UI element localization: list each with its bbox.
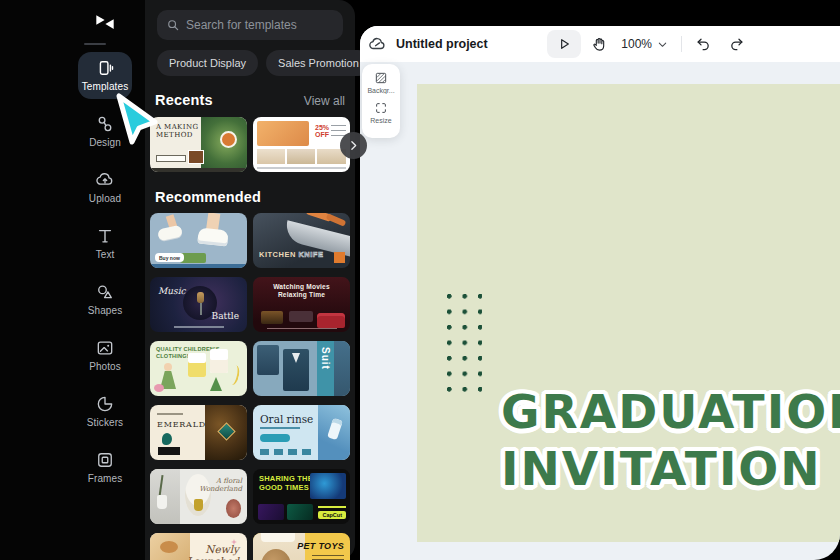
search-field[interactable] [186, 18, 341, 32]
recents-header: Recents View all [155, 92, 345, 108]
sidebar-item-photos[interactable]: Photos [78, 332, 132, 379]
project-title[interactable]: Untitled project [396, 37, 488, 51]
template-thumb-newly-launched[interactable]: NewlyLaunched [150, 533, 247, 560]
background-tool-button[interactable]: Backgr... [362, 71, 400, 94]
thumb-title: Suit [317, 341, 334, 396]
stickers-icon [78, 394, 132, 414]
thumb-art [261, 311, 283, 324]
resize-icon [362, 101, 400, 115]
search-input[interactable] [157, 10, 343, 40]
thumb-art [326, 213, 347, 227]
template-thumb-floral-wonderland[interactable]: A floralWonderland [150, 469, 247, 524]
dots-pattern [447, 294, 482, 392]
recommended-grid: Buy now KITCHEN KNIFE Music Battle Watch… [150, 213, 355, 560]
thumb-title: EMERALD [157, 420, 206, 429]
chip-product-display[interactable]: Product Display [157, 50, 258, 76]
recents-scroll-right-button[interactable] [340, 132, 367, 159]
thumb-art [188, 353, 206, 377]
thumb-art [334, 341, 350, 396]
capcut-logo[interactable] [78, 11, 132, 33]
template-thumb-tea-making-method[interactable]: A MAKINGMETHOD [150, 117, 247, 172]
template-thumb-emerald[interactable]: EMERALD [150, 405, 247, 460]
design-canvas[interactable]: GRADUATIONINVITATION [417, 84, 840, 542]
sidebar-item-templates[interactable]: Templates [78, 52, 132, 99]
template-thumb-sneakers[interactable]: Buy now [150, 213, 247, 268]
photos-icon [78, 338, 132, 358]
template-thumb-home-interior-sale[interactable]: 25%OFF [253, 117, 350, 172]
thumb-art [287, 149, 315, 164]
editor-topbar: Untitled project 100% [360, 26, 840, 62]
templates-icon [78, 58, 132, 78]
toolbar-divider [681, 36, 682, 52]
template-thumb-oral-rinse[interactable]: Oral rinse [253, 405, 350, 460]
sidebar-item-label: Design [78, 137, 132, 148]
thumb-art [260, 434, 290, 442]
recommended-header: Recommended [155, 189, 345, 205]
thumb-art [317, 313, 345, 328]
thumb-art [158, 447, 180, 455]
template-thumb-music-battle[interactable]: Music Battle [150, 277, 247, 332]
thumb-art [261, 533, 295, 542]
templates-panel: Product Display Sales Promotion Recents … [145, 0, 355, 560]
editor-workspace: Backgr... Resize GRADUATIONINVITATION [360, 62, 840, 560]
resize-tool-button[interactable]: Resize [362, 101, 400, 124]
shapes-icon [78, 282, 132, 302]
template-thumb-suit[interactable]: Suit [253, 341, 350, 396]
template-thumb-kitchen-knife[interactable]: KITCHEN KNIFE [253, 213, 350, 268]
undo-button[interactable] [695, 36, 712, 53]
thumb-art [226, 499, 241, 518]
sidebar-item-label: Upload [78, 193, 132, 204]
redo-button[interactable] [728, 36, 745, 53]
design-icon [78, 114, 132, 134]
sidebar-item-shapes[interactable]: Shapes [78, 276, 132, 323]
thumb-art [157, 413, 183, 415]
sidebar-item-upload[interactable]: Upload [78, 164, 132, 211]
thumb-art [257, 121, 309, 146]
background-icon [362, 71, 400, 85]
sidebar-item-frames[interactable]: Frames [78, 444, 132, 491]
thumb-art [287, 504, 313, 520]
thumb-title: Oral rinse [260, 413, 313, 425]
thumb-art [310, 473, 346, 499]
thumb-art [210, 377, 222, 391]
preview-play-button[interactable] [547, 30, 581, 58]
sidebar-item-label: Shapes [78, 305, 132, 316]
sidebar-item-text[interactable]: Text [78, 220, 132, 267]
thumb-art [150, 168, 247, 172]
template-thumb-children-clothing[interactable]: QUALITY CHILDREN'SCLOTHING! [150, 341, 247, 396]
zoom-level: 100% [621, 37, 652, 51]
thumb-art [197, 292, 204, 303]
filter-chips: Product Display Sales Promotion [157, 50, 343, 76]
upload-icon [78, 170, 132, 190]
sidebar-item-stickers[interactable]: Stickers [78, 388, 132, 435]
thumb-art [210, 349, 228, 373]
thumb-art [157, 225, 183, 242]
thumb-art [200, 303, 202, 315]
sidebar-divider [84, 43, 106, 45]
thumb-badge: 25%OFF [315, 124, 329, 138]
template-thumb-pet-toys[interactable]: PET TOYS [253, 533, 350, 560]
hand-tool-button[interactable] [591, 36, 608, 53]
zoom-control[interactable]: 100% [621, 37, 668, 51]
canvas-tool-card: Backgr... Resize [362, 64, 400, 138]
thumb-title: Battle [212, 311, 239, 321]
thumb-art [150, 264, 247, 268]
cloud-save-icon[interactable] [368, 35, 387, 54]
chip-sales-promotion[interactable]: Sales Promotion [266, 50, 371, 76]
thumb-title: SHARING THEGOOD TIMES [259, 475, 313, 492]
template-thumb-watching-movies[interactable]: Watching MoviesRelaxing Time [253, 277, 350, 332]
recommended-title: Recommended [155, 189, 261, 205]
canvas-title-text[interactable]: GRADUATIONINVITATION [501, 383, 840, 497]
view-all-link[interactable]: View all [304, 94, 345, 108]
thumb-title: NewlyLaunched [187, 543, 239, 560]
thumb-title: Watching MoviesRelaxing Time [253, 283, 350, 299]
sidebar-item-design[interactable]: Design [78, 108, 132, 155]
thumb-art [257, 149, 285, 164]
thumb-art [160, 541, 178, 553]
thumb-title: A MAKINGMETHOD [156, 123, 198, 139]
thumb-art [258, 504, 284, 520]
thumb-art [227, 364, 241, 386]
template-thumb-sharing-good-times[interactable]: SHARING THEGOOD TIMES CapCut [253, 469, 350, 524]
thumb-art [312, 555, 344, 560]
recents-row: A MAKINGMETHOD 25%OFF [150, 117, 355, 172]
